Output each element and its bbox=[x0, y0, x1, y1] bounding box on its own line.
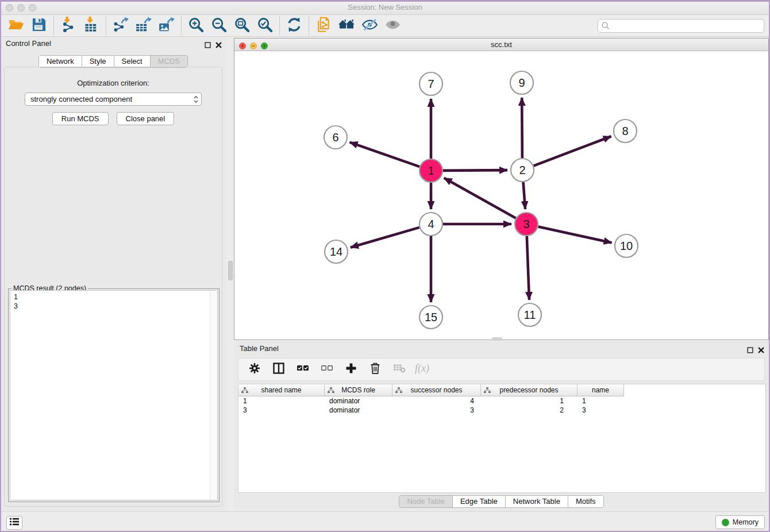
close-view-button[interactable] bbox=[239, 41, 246, 52]
graph-node-label: 1 bbox=[428, 164, 434, 177]
unselect-all-columns-button[interactable] bbox=[320, 363, 334, 376]
result-scrollbar[interactable] bbox=[210, 291, 217, 500]
select-all-columns-icon bbox=[297, 362, 309, 377]
tab-network-table[interactable]: Network Table bbox=[505, 496, 568, 507]
graph-node-14[interactable]: 14 bbox=[325, 240, 348, 263]
tab-node-table[interactable]: Node Table bbox=[399, 496, 452, 507]
task-history-button[interactable] bbox=[6, 516, 22, 530]
graph-node-6[interactable]: 6 bbox=[324, 126, 347, 149]
show-columns-button[interactable] bbox=[272, 363, 286, 376]
import-network-button[interactable] bbox=[57, 17, 80, 35]
table-row[interactable]: 1dominator411 bbox=[238, 396, 765, 406]
graph-node-label: 10 bbox=[620, 240, 633, 252]
select-all-columns-button[interactable] bbox=[296, 363, 310, 376]
tab-edge-table[interactable]: Edge Table bbox=[452, 496, 505, 507]
run-mcds-button[interactable]: Run MCDS bbox=[52, 112, 109, 125]
network-canvas[interactable]: 7968124314101511 bbox=[234, 51, 768, 340]
column-header-label: successor nodes bbox=[410, 386, 462, 394]
column-header-label: name bbox=[592, 386, 609, 394]
search-input[interactable] bbox=[598, 19, 764, 33]
clone-network-button[interactable] bbox=[312, 17, 335, 35]
graph-node-9[interactable]: 9 bbox=[510, 71, 533, 94]
open-session-button[interactable] bbox=[5, 17, 28, 35]
apply-preferred-layout-button[interactable] bbox=[283, 17, 306, 35]
search-box bbox=[598, 19, 764, 33]
minimize-view-button[interactable] bbox=[250, 41, 257, 52]
graph-node-label: 15 bbox=[425, 311, 437, 323]
graph-node-1[interactable]: 1 bbox=[419, 159, 442, 182]
network-window-titlebar[interactable]: scc.txt bbox=[234, 38, 768, 51]
export-network-button[interactable] bbox=[109, 17, 132, 35]
mcds-result-area[interactable]: 13 bbox=[10, 290, 218, 500]
zoom-out-button[interactable] bbox=[207, 17, 230, 35]
graph-node-10[interactable]: 10 bbox=[615, 234, 638, 257]
tab-mcds[interactable]: MCDS bbox=[150, 56, 187, 67]
graph-edge-2-9[interactable] bbox=[522, 98, 522, 158]
zoom-in-button[interactable] bbox=[184, 17, 207, 35]
memory-button[interactable]: Memory bbox=[715, 515, 765, 529]
float-panel-icon[interactable] bbox=[205, 40, 211, 51]
tab-select[interactable]: Select bbox=[114, 56, 150, 67]
graph-node-11[interactable]: 11 bbox=[518, 303, 541, 326]
hide-selected-button[interactable] bbox=[358, 17, 381, 35]
show-all-button[interactable] bbox=[381, 17, 404, 35]
window-titlebar[interactable]: Session: New Session bbox=[0, 0, 770, 15]
table-tabs: Node TableEdge TableNetwork TableMotifs bbox=[399, 495, 603, 508]
table-cell: 3 bbox=[238, 406, 325, 415]
graph-edge-2-3[interactable] bbox=[523, 182, 526, 209]
criterion-select[interactable]: strongly connected component bbox=[25, 92, 202, 106]
horizontal-splitter-grip[interactable] bbox=[492, 337, 502, 341]
graph-edge-1-2[interactable] bbox=[443, 170, 507, 171]
tab-style[interactable]: Style bbox=[82, 56, 114, 67]
zoom-selected-button[interactable] bbox=[253, 17, 276, 35]
table-row[interactable]: 3dominator323 bbox=[238, 406, 765, 415]
zoom-fit-icon bbox=[234, 17, 250, 35]
panel-splitter-grip[interactable] bbox=[228, 261, 233, 280]
save-session-button[interactable] bbox=[28, 17, 51, 35]
graph-edge-3-10[interactable] bbox=[538, 226, 612, 242]
graph-edge-4-14[interactable] bbox=[351, 228, 419, 248]
export-image-icon bbox=[159, 17, 175, 35]
graph-edge-3-1[interactable] bbox=[444, 178, 516, 218]
table-toolbar: f(x) bbox=[238, 358, 765, 381]
graph-edge-1-6[interactable] bbox=[350, 142, 420, 167]
float-table-panel-icon[interactable] bbox=[747, 345, 753, 356]
graph-node-label: 6 bbox=[332, 131, 338, 144]
import-table-button[interactable] bbox=[80, 17, 103, 35]
graph-node-3[interactable]: 3 bbox=[515, 213, 538, 236]
export-image-button[interactable] bbox=[155, 17, 178, 35]
table-panel: Table Panel f(x) shared nameMCDS rolesuc… bbox=[234, 342, 769, 511]
close-panel-button[interactable]: Close panel bbox=[117, 112, 175, 125]
minimize-window-button[interactable] bbox=[17, 4, 25, 11]
column-header-successor-nodes[interactable]: successor nodes bbox=[392, 384, 481, 396]
graph-node-4[interactable]: 4 bbox=[419, 213, 442, 236]
close-panel-icon[interactable] bbox=[215, 40, 222, 51]
column-header-mcds-role[interactable]: MCDS role bbox=[325, 384, 392, 396]
graph-edge-3-11[interactable] bbox=[527, 236, 529, 300]
clone-network-icon bbox=[315, 17, 332, 35]
column-header-shared-name[interactable]: shared name bbox=[238, 384, 325, 396]
graph-node-15[interactable]: 15 bbox=[419, 306, 442, 329]
graph-node-2[interactable]: 2 bbox=[511, 159, 534, 182]
zoom-view-button[interactable] bbox=[261, 41, 268, 52]
column-header-name[interactable]: name bbox=[578, 384, 624, 396]
tab-motifs[interactable]: Motifs bbox=[568, 496, 603, 507]
toolbar-separator bbox=[53, 17, 54, 35]
close-table-panel-icon[interactable] bbox=[758, 345, 764, 356]
export-table-icon bbox=[136, 17, 152, 35]
delete-columns-button[interactable] bbox=[368, 363, 382, 376]
column-header-predecessor-nodes[interactable]: predecessor nodes bbox=[481, 384, 578, 396]
graph-node-8[interactable]: 8 bbox=[614, 119, 637, 142]
network-view-window: scc.txt 7968124314101511 bbox=[234, 38, 769, 340]
graph-edge-2-8[interactable] bbox=[534, 136, 611, 165]
tab-network[interactable]: Network bbox=[39, 56, 82, 67]
maximize-window-button[interactable] bbox=[29, 4, 36, 11]
create-column-button[interactable] bbox=[344, 363, 358, 376]
close-window-button[interactable] bbox=[6, 4, 13, 11]
table-options-gear-button[interactable] bbox=[248, 363, 261, 376]
svg-text:f(x): f(x) bbox=[415, 363, 429, 375]
graph-node-7[interactable]: 7 bbox=[419, 72, 442, 95]
network-overview-button[interactable] bbox=[335, 17, 358, 35]
zoom-fit-button[interactable] bbox=[230, 17, 253, 35]
export-table-button[interactable] bbox=[132, 17, 155, 35]
